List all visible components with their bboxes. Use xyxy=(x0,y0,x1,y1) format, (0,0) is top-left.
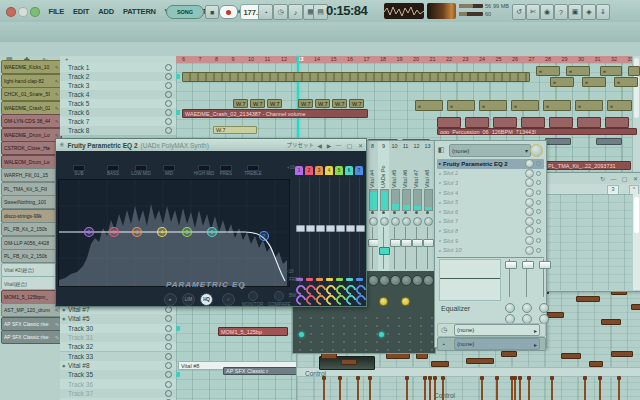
mixer-channel-number[interactable]: 11 xyxy=(400,143,411,149)
detach-icon[interactable]: — xyxy=(333,142,344,148)
playlist-clip[interactable]: WAEDME_Crash_02_2134387 - Channel volume xyxy=(182,109,368,118)
record-button[interactable] xyxy=(219,5,238,19)
mute-dot-icon[interactable] xyxy=(404,211,407,214)
routing-dot[interactable] xyxy=(376,349,378,351)
band-gain-tab[interactable]: 2 xyxy=(305,166,313,175)
rack-slot-9[interactable]: ▸Slot 9 xyxy=(437,236,544,246)
rack-slot-8[interactable]: ▸Slot 8 xyxy=(437,226,544,236)
rack-mute-icon[interactable]: ◧ xyxy=(438,146,445,154)
slot-enable-icon[interactable] xyxy=(536,161,541,166)
slot-enable-icon[interactable] xyxy=(536,248,541,253)
routing-dot[interactable] xyxy=(321,333,323,335)
routing-dot[interactable] xyxy=(431,341,433,343)
velocity-dot[interactable] xyxy=(368,376,372,380)
minimize-window-icon[interactable] xyxy=(18,7,28,17)
track-mute-icon[interactable] xyxy=(165,390,172,397)
close-icon[interactable]: ✕ xyxy=(355,142,366,149)
send-row-2[interactable]: ◔ (none)▸ xyxy=(437,337,546,351)
routing-dot[interactable] xyxy=(310,349,312,351)
slot-mix-knob[interactable] xyxy=(525,246,534,255)
playlist-clip[interactable]: « xyxy=(566,66,590,76)
slot-enable-icon[interactable] xyxy=(536,200,541,205)
routing-dot[interactable] xyxy=(332,333,334,335)
piano-roll-note[interactable] xyxy=(589,361,603,367)
compare-knob[interactable] xyxy=(274,291,284,301)
playlist-clip[interactable] xyxy=(545,138,571,145)
velocity-dot[interactable] xyxy=(527,376,531,380)
piano-roll-note[interactable] xyxy=(601,319,621,325)
send2-dropdown[interactable]: (none)▸ xyxy=(454,338,540,350)
playlist-clip[interactable] xyxy=(628,66,640,76)
playlist-clip[interactable]: W.7 xyxy=(315,99,330,108)
track-mute-icon[interactable] xyxy=(165,118,172,125)
playlist-clip[interactable] xyxy=(182,72,530,82)
routing-dot[interactable] xyxy=(354,325,356,327)
band-order-dash[interactable] xyxy=(326,278,333,281)
piano-roll-right-scrollbar[interactable] xyxy=(633,194,640,290)
close-icon[interactable]: ✕ xyxy=(630,175,640,182)
routing-dot[interactable] xyxy=(420,325,422,327)
playlist-clip[interactable]: « xyxy=(536,66,560,76)
routing-dot[interactable] xyxy=(409,341,411,343)
mixer-pan-knob[interactable] xyxy=(402,217,411,226)
band-gain-tab[interactable]: 3 xyxy=(315,166,323,175)
playlist-clip[interactable] xyxy=(577,117,601,128)
routing-dot[interactable] xyxy=(310,325,312,327)
band-gain-handle[interactable] xyxy=(346,225,355,232)
browser-item[interactable]: WAEDME_Drum_Lo∿ xyxy=(1,128,62,142)
browser-item[interactable]: WALEOM_Drum_Loo∿ xyxy=(1,155,62,169)
playlist-clip[interactable]: oop_Percussion_06_126BPM_713443] xyxy=(437,128,637,135)
routing-dot[interactable] xyxy=(299,341,301,343)
band-gain-tab[interactable]: 6 xyxy=(345,166,353,175)
velocity-stem[interactable] xyxy=(339,378,341,400)
routing-dot[interactable] xyxy=(299,349,301,351)
mixer-pan-knob[interactable] xyxy=(424,217,433,226)
oscilloscope[interactable] xyxy=(384,3,424,19)
routing-dot[interactable] xyxy=(343,333,345,335)
routing-dot[interactable] xyxy=(387,349,389,351)
velocity-stem[interactable] xyxy=(511,378,513,400)
routing-dot[interactable] xyxy=(343,349,345,351)
velocity-stem[interactable] xyxy=(429,378,431,400)
routing-dot[interactable] xyxy=(299,317,301,319)
maximize-icon[interactable]: ▢ xyxy=(619,175,630,182)
band-gain-tab[interactable]: 1 xyxy=(295,166,303,175)
slot-mix-knob[interactable] xyxy=(525,217,534,226)
playlist-clip[interactable]: « xyxy=(511,100,539,111)
browser-item[interactable]: disco-strings-99k∿ xyxy=(1,209,62,223)
routing-dot[interactable] xyxy=(365,317,367,319)
browser-item[interactable]: OM-LYN-CDS 38_443∿ xyxy=(1,114,62,128)
playlist-clip[interactable]: MOM1_5_125bp xyxy=(218,327,288,336)
record-audio-icon[interactable]: ◉ xyxy=(540,4,554,20)
track-mute-icon[interactable] xyxy=(165,109,172,116)
track-mute-icon[interactable] xyxy=(165,315,172,322)
band-bw-knob[interactable] xyxy=(354,293,368,307)
track-mute-icon[interactable] xyxy=(165,334,172,341)
playlist-clip[interactable]: W.7 xyxy=(267,99,282,108)
mixer-channel-name[interactable]: Vital #7 xyxy=(413,154,419,188)
browser-item[interactable]: WARFH_Fill_01_15∿ xyxy=(1,168,62,182)
mute-dot-icon[interactable] xyxy=(415,211,418,214)
rack-slot-5[interactable]: ▸Slot 5 xyxy=(437,197,544,207)
rack-fader-handle[interactable] xyxy=(539,261,551,269)
send1-dropdown[interactable]: (none)▸ xyxy=(454,324,540,336)
routing-dot[interactable] xyxy=(354,317,356,319)
mixer-pan-knob[interactable] xyxy=(413,217,422,226)
playlist-clip[interactable]: « xyxy=(415,100,443,111)
mixer-sep-knob[interactable] xyxy=(368,275,379,286)
mixer-fader-handle[interactable] xyxy=(401,239,412,247)
browser-item[interactable]: MOM1_5_125bpm_∿ xyxy=(1,290,62,304)
mixer-fader-handle[interactable] xyxy=(412,239,423,247)
velocity-stem[interactable] xyxy=(584,378,586,400)
velocity-stem[interactable] xyxy=(442,378,444,400)
routing-dot[interactable] xyxy=(409,325,411,327)
playlist-clip[interactable]: « xyxy=(543,100,571,111)
mixer-fader-handle[interactable] xyxy=(423,239,434,247)
velocity-dot[interactable] xyxy=(428,376,432,380)
playlist-clip[interactable]: W.7 xyxy=(298,99,313,108)
velocity-dot[interactable] xyxy=(441,376,445,380)
zoom-window-icon[interactable] xyxy=(30,7,40,17)
velocity-dot[interactable] xyxy=(513,376,517,380)
velocity-dot[interactable] xyxy=(583,376,587,380)
velocity-dot[interactable] xyxy=(405,376,409,380)
